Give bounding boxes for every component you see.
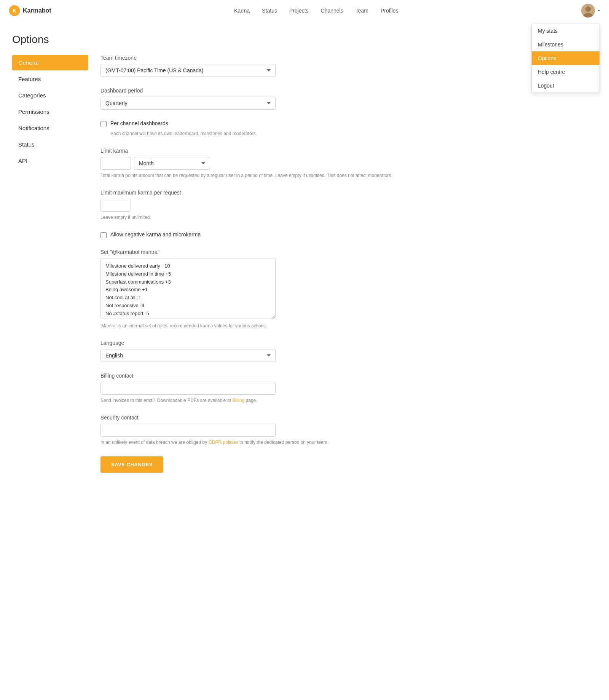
sidebar-item-api[interactable]: API [12, 153, 88, 169]
billing-input[interactable] [100, 382, 276, 395]
limit-karma-row: 0 Month Week Day [100, 157, 597, 170]
main-nav: Karma Status Projects Channels Team Prof… [234, 8, 399, 14]
per-channel-row: Per channel dashboards [100, 120, 597, 127]
dropdown-caret-icon[interactable]: ▾ [598, 8, 600, 13]
timezone-section: Team timezone (GMT-07:00) Pacific Time (… [100, 55, 597, 77]
nav-status[interactable]: Status [262, 8, 277, 14]
dropdown-options[interactable]: Options [532, 51, 599, 65]
limit-karma-input[interactable]: 0 [100, 157, 131, 170]
language-label: Language [100, 340, 597, 346]
logo-area: K Karmabot [9, 5, 51, 16]
security-hint-post: to notify the dedicated person on your t… [238, 440, 328, 445]
sidebar-item-notifications[interactable]: Notifications [12, 120, 88, 136]
logo-icon: K [9, 5, 20, 16]
limit-max-hint: Leave empty if unlimited. [100, 214, 597, 221]
security-label: Security contact [100, 415, 597, 421]
nav-projects[interactable]: Projects [289, 8, 309, 14]
svg-point-3 [585, 6, 591, 12]
limit-max-label: Limit maximum karma per request [100, 190, 597, 196]
save-button[interactable]: SAVE CHANGES [100, 456, 163, 473]
billing-section: Billing contact Send invoices to this em… [100, 373, 597, 404]
language-section: Language English French German [100, 340, 597, 362]
mantra-label: Set "@karmabot mantra" [100, 249, 597, 255]
limit-max-input[interactable]: 20 [100, 199, 131, 212]
sidebar-item-status[interactable]: Status [12, 137, 88, 152]
navbar: K Karmabot Karma Status Projects Channel… [0, 0, 609, 21]
avatar[interactable] [581, 4, 595, 18]
limit-karma-section: Limit karma 0 Month Week Day Total karma… [100, 148, 597, 179]
per-channel-label[interactable]: Per channel dashboards [110, 120, 168, 126]
dashboard-period-select[interactable]: Quarterly Monthly Weekly [100, 97, 276, 110]
per-channel-section: Per channel dashboards Each channel will… [100, 120, 597, 137]
mantra-section: Set "@karmabot mantra" Milestone deliver… [100, 249, 597, 329]
page-title: Options [12, 33, 597, 46]
billing-link[interactable]: Billing [232, 398, 244, 403]
svg-text:K: K [13, 8, 16, 14]
billing-hint-pre: Send invoices to this email. Downloadabl… [100, 398, 232, 403]
per-channel-checkbox[interactable] [100, 121, 107, 127]
nav-profiles[interactable]: Profiles [381, 8, 399, 14]
mantra-textarea[interactable]: Milestone delivered early +10 Milestone … [100, 258, 276, 319]
user-menu-area: ▾ My stats Milestones Options Help centr… [581, 4, 600, 18]
page-container: Options General Features Categories Perm… [0, 21, 609, 496]
dashboard-period-section: Dashboard period Quarterly Monthly Weekl… [100, 88, 597, 110]
dropdown-my-stats[interactable]: My stats [532, 24, 599, 38]
billing-hint-post: page. [244, 398, 257, 403]
negative-karma-row: Allow negative karma and microkarma [100, 231, 597, 238]
limit-karma-hint: Total karma points amount that can be re… [100, 172, 597, 179]
nav-team[interactable]: Team [356, 8, 368, 14]
dropdown-milestones[interactable]: Milestones [532, 38, 599, 51]
mantra-hint: 'Mantra' is an internal set of rules: re… [100, 322, 597, 329]
limit-karma-label: Limit karma [100, 148, 597, 154]
main-content: Team timezone (GMT-07:00) Pacific Time (… [100, 55, 597, 483]
sidebar-item-features[interactable]: Features [12, 71, 88, 87]
negative-karma-checkbox[interactable] [100, 232, 107, 238]
security-input[interactable] [100, 424, 276, 437]
main-layout: General Features Categories Permissions … [12, 55, 597, 483]
sidebar-item-general[interactable]: General [12, 55, 88, 70]
billing-label: Billing contact [100, 373, 597, 379]
security-hint: In an unlikely event of data breach we a… [100, 439, 597, 446]
security-hint-pre: In an unlikely event of data breach we a… [100, 440, 209, 445]
limit-karma-period-select[interactable]: Month Week Day [134, 157, 210, 170]
negative-karma-section: Allow negative karma and microkarma [100, 231, 597, 238]
security-section: Security contact In an unlikely event of… [100, 415, 597, 446]
user-dropdown-menu: My stats Milestones Options Help centre … [531, 24, 600, 93]
sidebar-item-permissions[interactable]: Permissions [12, 104, 88, 120]
language-select[interactable]: English French German [100, 349, 276, 362]
limit-max-section: Limit maximum karma per request 20 Leave… [100, 190, 597, 221]
nav-channels[interactable]: Channels [321, 8, 343, 14]
sidebar: General Features Categories Permissions … [12, 55, 88, 483]
per-channel-hint: Each channel will have its own leaderboa… [110, 130, 597, 137]
dropdown-logout[interactable]: Logout [532, 79, 599, 92]
save-section: SAVE CHANGES [100, 456, 597, 473]
gdpr-link[interactable]: GDPR policies [209, 440, 238, 445]
sidebar-item-categories[interactable]: Categories [12, 88, 88, 103]
negative-karma-label[interactable]: Allow negative karma and microkarma [110, 231, 201, 238]
dashboard-period-label: Dashboard period [100, 88, 597, 94]
logo-text: Karmabot [23, 7, 51, 14]
dropdown-help-centre[interactable]: Help centre [532, 65, 599, 79]
nav-karma[interactable]: Karma [234, 8, 250, 14]
billing-hint: Send invoices to this email. Downloadabl… [100, 397, 597, 404]
timezone-label: Team timezone [100, 55, 597, 61]
timezone-select[interactable]: (GMT-07:00) Pacific Time (US & Canada) [100, 64, 276, 77]
